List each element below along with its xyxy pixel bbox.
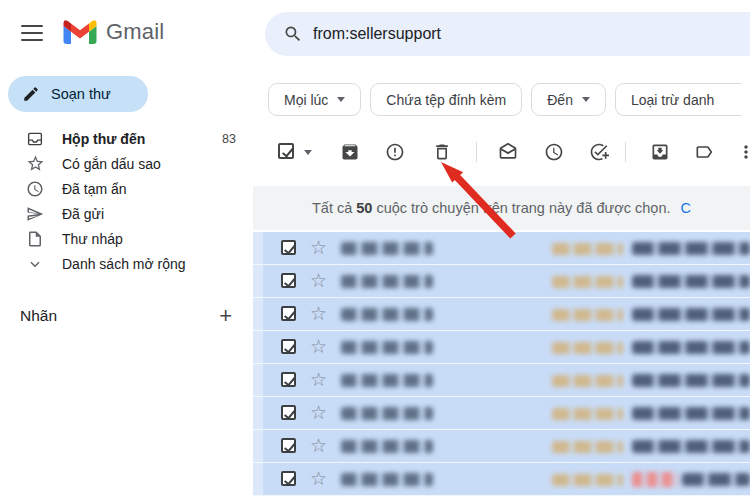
- move-to-icon[interactable]: [648, 140, 672, 164]
- sidebar-item-sent[interactable]: Đã gửi: [0, 201, 250, 226]
- redacted-sender: [341, 440, 433, 453]
- sidebar-item-snoozed[interactable]: Đã tạm ẩn: [0, 176, 250, 201]
- gmail-logo: [62, 16, 98, 48]
- redacted-sender: [341, 308, 433, 321]
- redacted-sender: [341, 374, 433, 387]
- email-list: ☆ ☆ ☆ ☆: [253, 232, 750, 496]
- select-dropdown-caret chevron-down-icon[interactable]: [304, 150, 312, 155]
- chevron-down-icon: [582, 97, 590, 102]
- email-row[interactable]: ☆: [253, 331, 750, 364]
- redacted-sender: [341, 407, 433, 420]
- filter-chip-anytime[interactable]: Mọi lúc: [268, 83, 361, 116]
- star-icon: [25, 154, 45, 174]
- redacted-subject: [632, 407, 750, 420]
- hamburger-icon[interactable]: [18, 20, 46, 44]
- redacted-sender: [341, 242, 433, 255]
- email-row[interactable]: ☆: [253, 265, 750, 298]
- redacted-date: [552, 474, 623, 486]
- inbox-icon: [25, 129, 45, 149]
- sidebar-item-more[interactable]: Danh sách mở rộng: [0, 251, 250, 276]
- send-icon: [25, 204, 45, 224]
- star-icon[interactable]: ☆: [310, 269, 327, 293]
- redacted-date: [552, 243, 623, 255]
- redacted-date: [552, 375, 623, 387]
- filter-chip-has-attachment[interactable]: Chứa tệp đính kèm: [370, 83, 522, 116]
- email-row[interactable]: ☆: [253, 298, 750, 331]
- redacted-subject: [682, 473, 750, 486]
- redacted-subject: [632, 440, 750, 453]
- select-all-checkbox[interactable]: [278, 143, 294, 159]
- add-to-tasks-icon[interactable]: [587, 140, 611, 164]
- redacted-date: [552, 342, 623, 354]
- inbox-count: 83: [222, 132, 236, 146]
- labels-section-title: Nhãn: [20, 307, 57, 325]
- email-row[interactable]: ☆: [253, 397, 750, 430]
- row-checkbox[interactable]: [281, 405, 296, 420]
- redacted-subject: [632, 275, 750, 288]
- redacted-subject: [632, 341, 750, 354]
- file-icon: [25, 229, 45, 249]
- chevron-down-icon: [337, 97, 345, 102]
- row-checkbox[interactable]: [281, 372, 296, 387]
- email-row[interactable]: ☆: [253, 463, 750, 496]
- row-checkbox[interactable]: [281, 306, 296, 321]
- star-icon[interactable]: ☆: [310, 401, 327, 425]
- redacted-date: [552, 441, 623, 453]
- mark-as-read-icon[interactable]: [496, 140, 520, 164]
- email-row[interactable]: ☆: [253, 430, 750, 463]
- delete-icon[interactable]: [430, 140, 454, 164]
- filter-chip-to[interactable]: Đến: [531, 83, 606, 116]
- chevron-down-icon: [25, 254, 45, 274]
- report-spam-icon[interactable]: [383, 140, 407, 164]
- redacted-subject: [632, 374, 750, 387]
- compose-label: Soạn thư: [51, 86, 111, 102]
- redacted-sender: [341, 341, 433, 354]
- redacted-subject: [632, 242, 750, 255]
- label-icon[interactable]: [692, 140, 716, 164]
- toolbar-separator: [476, 142, 477, 162]
- star-icon[interactable]: ☆: [310, 467, 327, 491]
- search-bar[interactable]: [265, 12, 750, 56]
- selection-banner-link[interactable]: C: [681, 200, 691, 216]
- star-icon[interactable]: ☆: [310, 368, 327, 392]
- add-label-button plus-icon[interactable]: +: [219, 305, 232, 327]
- sidebar-item-drafts[interactable]: Thư nháp: [0, 226, 250, 251]
- row-checkbox[interactable]: [281, 240, 296, 255]
- email-row[interactable]: ☆: [253, 364, 750, 397]
- gmail-window: Gmail Soạn thư Hộp thư đến 83 Có gắn dấu…: [0, 0, 750, 500]
- app-title: Gmail: [106, 19, 164, 45]
- selected-count: 50: [356, 200, 372, 216]
- sidebar-item-starred[interactable]: Có gắn dấu sao: [0, 151, 250, 176]
- star-icon[interactable]: ☆: [310, 236, 327, 260]
- header: Gmail: [0, 0, 750, 64]
- clock-icon: [25, 179, 45, 199]
- email-row[interactable]: ☆: [253, 232, 750, 265]
- redacted-date: [552, 276, 623, 288]
- row-checkbox[interactable]: [281, 273, 296, 288]
- list-toolbar: [250, 130, 750, 174]
- redacted-sender: [341, 275, 433, 288]
- snooze-icon[interactable]: [542, 140, 566, 164]
- star-icon[interactable]: ☆: [310, 335, 327, 359]
- row-checkbox[interactable]: [281, 471, 296, 486]
- pencil-icon: [22, 85, 40, 103]
- search-input[interactable]: [313, 25, 673, 43]
- selection-banner: Tất cả 50 cuộc trò chuyện trên trang này…: [253, 186, 750, 230]
- search-filter-chips: Mọi lúc Chứa tệp đính kèm Đến Loại trừ d…: [268, 83, 742, 116]
- star-icon[interactable]: ☆: [310, 302, 327, 326]
- redacted-subject: [632, 308, 750, 321]
- row-checkbox[interactable]: [281, 438, 296, 453]
- main-pane: Mọi lúc Chứa tệp đính kèm Đến Loại trừ d…: [250, 64, 750, 500]
- redacted-date: [552, 309, 623, 321]
- sidebar-item-inbox[interactable]: Hộp thư đến 83: [0, 126, 250, 151]
- redacted-sender: [341, 473, 433, 486]
- row-checkbox[interactable]: [281, 339, 296, 354]
- filter-chip-exclude[interactable]: Loại trừ danh: [615, 83, 742, 116]
- archive-icon[interactable]: [338, 140, 362, 164]
- redacted-subject-emoji: [632, 472, 678, 487]
- sidebar: Soạn thư Hộp thư đến 83 Có gắn dấu sao Đ…: [0, 64, 250, 500]
- compose-button[interactable]: Soạn thư: [8, 76, 148, 112]
- star-icon[interactable]: ☆: [310, 434, 327, 458]
- toolbar-separator: [625, 142, 626, 162]
- more-vertical-icon[interactable]: [734, 140, 750, 164]
